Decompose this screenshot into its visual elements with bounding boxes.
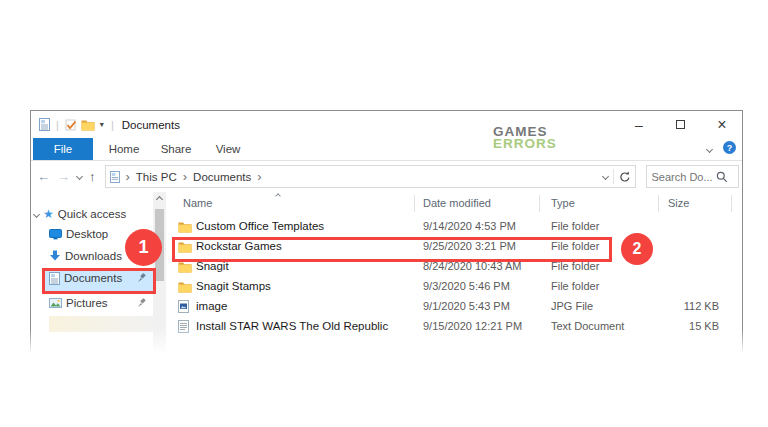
column-header-row: Name Date modified Type Size bbox=[166, 192, 742, 216]
tab-share[interactable]: Share bbox=[150, 138, 202, 160]
file-date: 9/1/2020 5:43 PM bbox=[423, 300, 510, 312]
column-header-size[interactable]: Size bbox=[668, 197, 689, 209]
sidebar-item-quick-access[interactable]: ★ Quick access bbox=[31, 204, 153, 224]
column-separator[interactable] bbox=[414, 195, 415, 212]
sort-ascending-icon bbox=[275, 193, 281, 199]
refresh-icon[interactable] bbox=[619, 171, 631, 183]
address-box[interactable]: › This PC › Documents › bbox=[105, 165, 636, 188]
close-button[interactable]: × bbox=[716, 119, 728, 131]
breadcrumb-chevron-icon[interactable]: › bbox=[126, 172, 130, 182]
file-row-custom-office-templates[interactable]: Custom Office Templates 9/14/2020 4:53 P… bbox=[166, 216, 742, 236]
search-input[interactable] bbox=[652, 171, 716, 183]
annotation-box-rockstar-games bbox=[172, 237, 612, 262]
new-folder-icon[interactable] bbox=[81, 119, 95, 131]
separator bbox=[613, 169, 614, 184]
properties-check-icon[interactable] bbox=[65, 119, 77, 131]
pictures-icon bbox=[49, 298, 62, 308]
chevron-down-icon[interactable] bbox=[33, 210, 40, 217]
games-errors-logo: GAMES ERRORS bbox=[493, 126, 557, 150]
help-button[interactable]: ? bbox=[723, 141, 736, 154]
maximize-button[interactable] bbox=[676, 120, 685, 129]
title-bar[interactable]: | ▾ | Documents – × bbox=[31, 111, 742, 138]
file-date: 9/3/2020 5:46 PM bbox=[423, 280, 510, 292]
tab-file[interactable]: File bbox=[33, 138, 93, 160]
separator: | bbox=[111, 119, 114, 131]
file-type: JPG File bbox=[551, 300, 593, 312]
column-header-type[interactable]: Type bbox=[551, 197, 575, 209]
sidebar-item-label: Quick access bbox=[58, 208, 126, 220]
annotation-box-documents bbox=[42, 268, 156, 294]
back-button[interactable]: ← bbox=[37, 169, 50, 184]
sidebar-item-label: Desktop bbox=[66, 228, 108, 240]
forward-button[interactable]: → bbox=[57, 169, 70, 184]
sidebar-item-label: Downloads bbox=[65, 250, 122, 262]
annotation-step-1-badge: 1 bbox=[125, 229, 162, 266]
file-size: 112 KB bbox=[626, 300, 719, 312]
separator: | bbox=[56, 119, 59, 131]
search-box[interactable] bbox=[646, 165, 739, 188]
annotation-step-2-badge: 2 bbox=[621, 233, 653, 265]
breadcrumb-this-pc[interactable]: This PC bbox=[136, 171, 177, 183]
location-document-icon bbox=[110, 171, 120, 183]
up-button[interactable]: ↑ bbox=[89, 169, 96, 184]
logo-line-2: ERRORS bbox=[493, 138, 557, 150]
breadcrumb-chevron-icon[interactable]: › bbox=[183, 172, 187, 182]
tab-view[interactable]: View bbox=[202, 138, 254, 160]
column-separator[interactable] bbox=[731, 195, 732, 212]
sidebar-item-pictures[interactable]: Pictures bbox=[31, 293, 153, 313]
image-file-icon bbox=[178, 299, 189, 317]
file-row-snagit-stamps[interactable]: Snagit Stamps 9/3/2020 5:46 PM File fold… bbox=[166, 276, 742, 296]
column-separator[interactable] bbox=[658, 195, 659, 212]
bottom-fade-overlay bbox=[0, 328, 768, 427]
desktop-icon bbox=[49, 229, 62, 240]
column-header-name[interactable]: Name bbox=[183, 197, 212, 209]
downloads-icon bbox=[49, 250, 61, 262]
folder-icon bbox=[178, 279, 192, 297]
screenshot-canvas: | ▾ | Documents – × GAMES ERRORS File Ho bbox=[0, 0, 768, 427]
breadcrumb-documents[interactable]: Documents bbox=[193, 171, 251, 183]
column-header-date-modified[interactable]: Date modified bbox=[423, 197, 491, 209]
breadcrumb-chevron-icon[interactable]: › bbox=[257, 172, 261, 182]
tab-home[interactable]: Home bbox=[98, 138, 150, 160]
file-type: File folder bbox=[551, 280, 599, 292]
minimize-button[interactable]: – bbox=[633, 120, 645, 130]
ribbon-tab-bar: File Home Share View ? bbox=[31, 138, 742, 161]
scroll-up-icon[interactable] bbox=[156, 196, 163, 203]
file-date: 9/14/2020 4:53 PM bbox=[423, 220, 516, 232]
pin-icon bbox=[137, 298, 147, 310]
file-name: image bbox=[196, 300, 227, 312]
column-separator[interactable] bbox=[539, 195, 540, 212]
explorer-window-icon bbox=[39, 118, 50, 131]
search-icon bbox=[716, 171, 728, 183]
file-row-image[interactable]: image 9/1/2020 5:43 PM JPG File 112 KB bbox=[166, 296, 742, 316]
quick-access-star-icon: ★ bbox=[43, 207, 54, 221]
address-dropdown-icon[interactable] bbox=[601, 173, 608, 180]
file-name: Snagit Stamps bbox=[196, 280, 271, 292]
file-name: Custom Office Templates bbox=[196, 220, 324, 232]
folder-icon bbox=[178, 219, 192, 237]
file-type: File folder bbox=[551, 220, 599, 232]
ribbon-collapse-icon[interactable] bbox=[706, 146, 713, 153]
qat-dropdown-icon[interactable]: ▾ bbox=[100, 120, 104, 129]
recent-locations-icon[interactable] bbox=[76, 173, 83, 180]
sidebar-item-label: Pictures bbox=[66, 297, 108, 309]
address-bar-row: ← → ↑ › This PC › Documents › bbox=[31, 161, 742, 192]
window-title: Documents bbox=[122, 119, 180, 131]
